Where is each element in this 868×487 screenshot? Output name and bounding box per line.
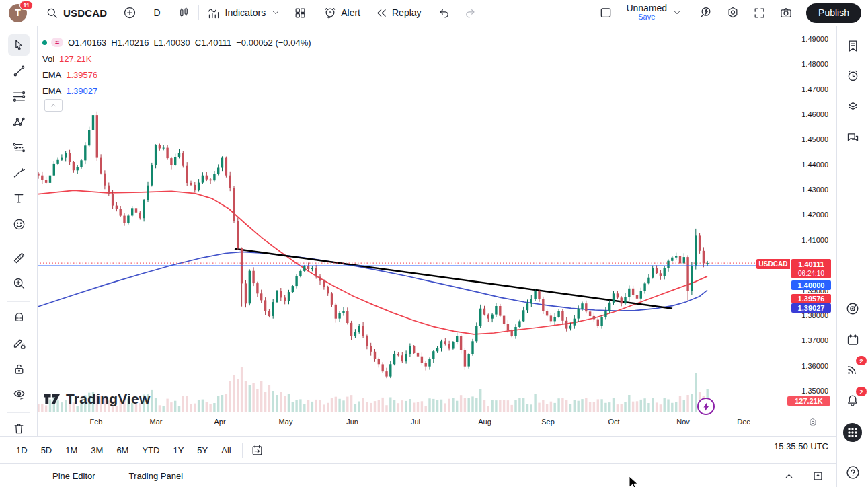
sidebar-alerts-button[interactable] <box>842 65 863 86</box>
ema2-value: 1.39027 <box>66 86 97 96</box>
legend-volume-row[interactable]: Vol 127.21K <box>42 50 311 67</box>
interval-button[interactable]: D <box>149 3 164 23</box>
volume-value: 127.21K <box>59 54 91 64</box>
tool-trend-line[interactable] <box>8 60 30 81</box>
legend-collapse-button[interactable] <box>44 99 63 112</box>
legend-ema2-row[interactable]: EMA 1.39027 <box>42 83 311 99</box>
panel-collapse-button[interactable] <box>779 465 799 486</box>
layout-select-button[interactable] <box>595 3 617 23</box>
compare-add-button[interactable] <box>119 3 141 23</box>
forecast-icon <box>12 141 26 155</box>
fullscreen-button[interactable] <box>749 3 770 23</box>
range-button-5d[interactable]: 5D <box>36 443 58 458</box>
lightning-search-icon <box>699 6 713 20</box>
sidebar-calendar-button[interactable] <box>842 329 863 350</box>
time-axis[interactable] <box>37 413 780 436</box>
tool-magnet[interactable] <box>8 307 30 328</box>
range-button-3m[interactable]: 3M <box>85 443 108 458</box>
ohlc-change-value: −0.00052 (−0.04%) <box>236 38 311 48</box>
eye-icon <box>12 387 26 402</box>
sidebar-all-products-button[interactable] <box>842 422 863 443</box>
tool-xabcd-pattern[interactable] <box>8 111 30 133</box>
pattern-icon <box>12 115 26 129</box>
range-button-1d[interactable]: 1D <box>11 443 33 458</box>
layers-icon <box>846 99 860 113</box>
tool-emoji[interactable] <box>8 213 30 235</box>
symbol-name: USDCAD <box>63 7 107 19</box>
ema2-price-badge[interactable]: 1.39027 <box>791 303 831 313</box>
user-avatar[interactable]: T 11 <box>9 4 27 22</box>
indicators-label: Indicators <box>225 7 266 18</box>
chevron-down-icon <box>672 8 682 17</box>
toolbar-divider <box>169 5 169 20</box>
tool-lock-all-drawings[interactable] <box>8 358 30 379</box>
candlestick-series <box>37 72 709 378</box>
right-sidebar: 2 2 <box>836 26 868 487</box>
range-button-ytd[interactable]: YTD <box>136 443 165 458</box>
tool-brush[interactable] <box>8 162 30 184</box>
publish-button[interactable]: Publish <box>806 3 861 23</box>
range-button-1m[interactable]: 1M <box>60 443 83 458</box>
lock-icon <box>12 362 26 376</box>
redo-button[interactable] <box>459 3 480 23</box>
sidebar-watchlist-button[interactable] <box>842 35 863 57</box>
indicator-templates-button[interactable] <box>290 3 311 23</box>
range-button-1y[interactable]: 1Y <box>167 443 189 458</box>
legend-ohlc-row[interactable]: ≈ O1.40163 H1.40216 L1.40030 C1.40111 −0… <box>42 34 311 50</box>
sidebar-streams-button[interactable]: 2 <box>842 359 863 380</box>
grid-templates-icon <box>294 7 307 20</box>
toolbar-divider <box>198 5 199 20</box>
volume-label: Vol <box>42 54 54 64</box>
panel-expand-button[interactable] <box>808 465 828 486</box>
gear-icon <box>726 6 740 20</box>
approx-price-chip: ≈ <box>51 38 63 47</box>
timezone-settings-button[interactable] <box>807 417 818 428</box>
legend-ema1-row[interactable]: EMA 1.39576 <box>42 67 311 83</box>
event-lightning-marker[interactable] <box>697 398 715 415</box>
replay-button[interactable]: Replay <box>371 3 426 23</box>
chart-style-button[interactable] <box>173 3 194 23</box>
tool-cursor[interactable] <box>8 34 30 56</box>
chevron-down-icon <box>271 8 280 17</box>
tab-pine-editor[interactable]: Pine Editor <box>46 467 102 485</box>
save-label[interactable]: Save <box>638 13 655 22</box>
alert-button[interactable]: Alert <box>319 3 364 23</box>
sidebar-chat-button[interactable] <box>842 126 863 148</box>
sidebar-notifications-button[interactable]: 2 <box>842 389 863 411</box>
go-to-date-button[interactable] <box>247 441 268 461</box>
last-price-badge[interactable]: 1.40111 06:24:10 <box>791 259 831 278</box>
range-button-all[interactable]: All <box>216 443 236 458</box>
trendline-drawing[interactable] <box>235 249 672 309</box>
layout-name-button[interactable]: Unnamed Save <box>617 3 686 23</box>
sidebar-object-tree-button[interactable] <box>842 95 863 116</box>
indicators-button[interactable]: Indicators <box>203 3 285 23</box>
bottom-panel: Pine Editor Trading Panel <box>0 463 837 487</box>
range-button-6m[interactable]: 6M <box>111 443 134 458</box>
sidebar-screener-button[interactable] <box>842 298 863 320</box>
ema1-price-badge[interactable]: 1.39576 <box>791 294 831 303</box>
zoom-in-icon <box>12 276 26 291</box>
alert-price-badge[interactable]: 1.40000 <box>791 280 831 290</box>
tab-trading-panel[interactable]: Trading Panel <box>122 467 190 485</box>
tool-fib-retracement[interactable] <box>8 85 30 107</box>
ohlc-l-value: 1.40030 <box>159 38 190 48</box>
tool-stay-in-drawing-mode[interactable] <box>8 332 30 354</box>
chart-properties-button[interactable] <box>722 3 744 23</box>
bar-countdown: 06:24:10 <box>798 269 824 278</box>
ohlc-c-value: 1.40111 <box>201 38 231 48</box>
tool-hide-all-drawings[interactable] <box>8 383 30 405</box>
sidebar-help-button[interactable] <box>842 461 863 483</box>
tool-forecast[interactable] <box>8 137 30 158</box>
quick-search-button[interactable] <box>695 3 717 23</box>
tool-zoom-in[interactable] <box>8 272 30 294</box>
tool-text[interactable] <box>8 188 30 209</box>
price-axis[interactable] <box>780 26 837 436</box>
range-button-5y[interactable]: 5Y <box>192 443 213 458</box>
symbol-search-button[interactable]: USDCAD <box>42 3 111 23</box>
left-drawing-toolbar <box>0 26 38 436</box>
tool-measure[interactable] <box>8 247 30 268</box>
undo-button[interactable] <box>434 3 455 23</box>
snapshot-button[interactable] <box>775 3 797 23</box>
session-clock[interactable]: 15:35:50 UTC <box>774 441 828 451</box>
ohlc-o-value: 1.40163 <box>75 38 106 48</box>
